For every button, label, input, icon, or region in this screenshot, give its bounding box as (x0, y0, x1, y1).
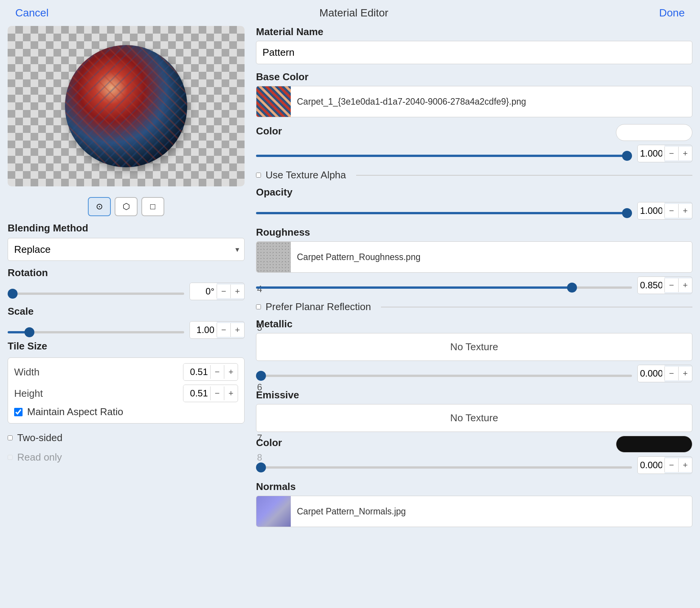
read-only-label: Read only (17, 451, 62, 463)
normals-thumb (256, 496, 291, 527)
opacity-value-input[interactable] (638, 202, 664, 219)
base-color-texture-row[interactable]: Carpet_1_{3e1e0da1-d1a7-2040-9006-278a4a… (256, 86, 692, 117)
tile-height-plus-button[interactable]: + (224, 386, 238, 400)
scale-slider-container (8, 324, 184, 336)
color-slider-row: − + (256, 145, 692, 162)
prefer-planar-line (381, 307, 692, 307)
view-cube-button[interactable]: ⬡ (115, 197, 138, 216)
two-sided-label: Two-sided (17, 432, 63, 444)
rotation-slider-row: − + (8, 283, 245, 300)
roughness-texture-row[interactable]: Carpet Pattern_Roughness.png (256, 241, 692, 273)
metallic-plus-button[interactable]: + (678, 367, 692, 380)
normals-texture-row[interactable]: Carpet Pattern_Normals.jpg (256, 496, 692, 527)
color-plus-button[interactable]: + (678, 147, 692, 160)
base-color-group: Base Color Carpet_1_{3e1e0da1-d1a7-2040-… (256, 71, 692, 117)
opacity-slider-container (256, 205, 632, 217)
emissive-slider[interactable] (256, 466, 632, 469)
base-color-color-group: Color − + 11 12 (256, 124, 692, 162)
use-texture-alpha-group: Use Texture Alpha 13 (256, 169, 692, 181)
roughness-slider[interactable] (256, 286, 632, 289)
use-texture-alpha-label: Use Texture Alpha (266, 169, 346, 181)
metallic-minus-button[interactable]: − (664, 367, 678, 380)
opacity-group: Opacity − + 14 (256, 186, 692, 220)
prefer-planar-label: Prefer Planar Reflection (266, 301, 371, 313)
scale-slider[interactable] (8, 331, 184, 333)
roughness-label: Roughness (256, 226, 692, 238)
prefer-planar-checkbox[interactable] (256, 304, 261, 309)
material-name-label: Material Name (256, 26, 692, 38)
opacity-plus-button[interactable]: + (678, 204, 692, 218)
scale-minus-button[interactable]: − (217, 323, 230, 337)
metallic-no-texture-button[interactable]: No Texture (256, 333, 692, 361)
material-name-input[interactable] (256, 41, 692, 64)
emissive-no-texture-button[interactable]: No Texture (256, 404, 692, 432)
metallic-value-input[interactable] (638, 365, 664, 382)
rotation-slider[interactable] (8, 293, 184, 295)
view-sphere-button[interactable]: ⊙ (88, 197, 111, 216)
emissive-color-label: Color (256, 437, 282, 449)
use-texture-alpha-checkbox[interactable] (256, 173, 261, 178)
roughness-minus-button[interactable]: − (664, 278, 678, 292)
tile-size-label: Tile Size (8, 340, 245, 352)
rotation-minus-button[interactable]: − (217, 285, 230, 298)
maintain-aspect-checkbox[interactable] (14, 408, 23, 416)
tile-width-input[interactable] (183, 364, 210, 380)
color-value-box: − + (637, 145, 692, 162)
tile-height-input[interactable] (183, 385, 210, 402)
base-color-label: Base Color (256, 71, 692, 83)
rotation-plus-button[interactable]: + (230, 285, 244, 298)
emissive-color-header-row: Color (256, 436, 692, 453)
color-slider[interactable] (256, 155, 632, 157)
metallic-slider-row: − + (256, 365, 692, 382)
opacity-minus-button[interactable]: − (664, 204, 678, 218)
right-panel: Material Name 9 Base Color Carpet_1_{3e1… (252, 26, 692, 534)
emissive-minus-button[interactable]: − (664, 458, 678, 472)
emissive-value-box: − + (637, 456, 692, 474)
done-button[interactable]: Done (659, 7, 685, 19)
tile-width-minus-button[interactable]: − (210, 365, 224, 379)
blending-method-label: Blending Method (8, 222, 245, 234)
use-texture-alpha-line (356, 175, 692, 176)
tile-width-label: Width (14, 366, 183, 378)
scale-plus-button[interactable]: + (230, 323, 244, 337)
scale-slider-row: − + (8, 321, 245, 339)
opacity-label: Opacity (256, 186, 692, 198)
emissive-color-swatch[interactable] (616, 436, 692, 453)
scale-label: Scale (8, 306, 245, 317)
tile-height-value-box: − + (183, 385, 238, 402)
roughness-plus-button[interactable]: + (678, 278, 692, 292)
roughness-slider-row: − + (256, 277, 692, 294)
color-swatch[interactable] (616, 124, 692, 141)
tile-height-minus-button[interactable]: − (210, 386, 224, 400)
emissive-value-input[interactable] (638, 457, 664, 474)
blending-method-select[interactable]: Replace (8, 238, 245, 261)
metallic-label: Metallic (256, 318, 692, 330)
emissive-group: Emissive No Texture Color − + 20 21 22 (256, 389, 692, 474)
maintain-aspect-label: Maintain Aspect Ratio (27, 406, 123, 418)
preview-area (8, 26, 245, 186)
scale-value-box: − + (190, 321, 245, 339)
view-plane-button[interactable]: □ (141, 197, 164, 216)
roughness-value-input[interactable] (638, 277, 664, 294)
two-sided-checkbox[interactable] (8, 435, 13, 440)
page-title: Material Editor (319, 7, 389, 19)
emissive-slider-row: − + (256, 456, 692, 474)
read-only-row: Read only 8 (8, 448, 245, 467)
metallic-slider-container (256, 368, 632, 380)
opacity-slider[interactable] (256, 212, 632, 214)
opacity-value-box: − + (637, 202, 692, 220)
cancel-button[interactable]: Cancel (15, 7, 49, 19)
roughness-group: Roughness Carpet Pattern_Roughness.png −… (256, 226, 692, 294)
metallic-slider[interactable] (256, 375, 632, 377)
metallic-value-box: − + (637, 365, 692, 382)
color-value-input[interactable] (638, 145, 664, 162)
top-bar: Cancel Material Editor Done (0, 0, 700, 26)
scale-input[interactable] (190, 322, 217, 338)
normals-group: Normals Carpet Pattern_Normals.jpg 23 (256, 481, 692, 527)
rotation-input[interactable] (190, 283, 217, 300)
tile-width-plus-button[interactable]: + (224, 365, 238, 379)
blending-dropdown-row: Replace ▾ (8, 238, 245, 261)
rotation-value-box: − + (190, 283, 245, 300)
color-minus-button[interactable]: − (664, 147, 678, 160)
emissive-plus-button[interactable]: + (678, 458, 692, 472)
